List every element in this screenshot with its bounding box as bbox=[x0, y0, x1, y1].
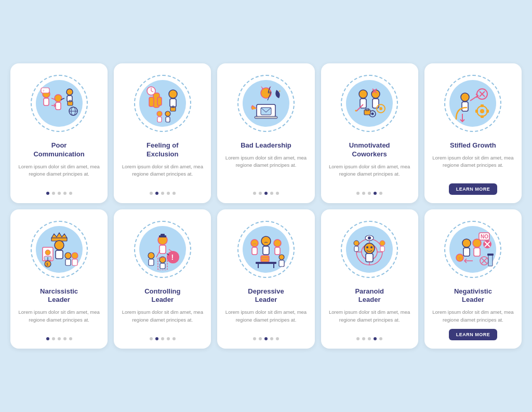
card-title: Bad Leadership bbox=[241, 141, 291, 150]
svg-point-117 bbox=[354, 241, 359, 246]
card-title: Negativistic Leader bbox=[454, 287, 492, 305]
svg-point-105 bbox=[279, 255, 284, 260]
dot-2 bbox=[155, 337, 158, 340]
svg-marker-65 bbox=[51, 233, 67, 238]
dot-4 bbox=[270, 192, 273, 195]
svg-rect-129 bbox=[463, 248, 470, 256]
poor-communication-icon: ? bbox=[38, 83, 80, 124]
narcissistic-leader-icon: 1 bbox=[38, 229, 80, 270]
dot-3 bbox=[264, 192, 268, 195]
dot-3 bbox=[368, 192, 371, 195]
card-title: Depressive Leader bbox=[248, 287, 284, 305]
depressive-leader-icon bbox=[245, 229, 287, 270]
svg-rect-60 bbox=[481, 104, 484, 107]
dot-1 bbox=[356, 192, 360, 195]
svg-rect-106 bbox=[279, 260, 284, 267]
dot-5 bbox=[276, 337, 279, 340]
dot-5 bbox=[69, 192, 72, 195]
svg-point-23 bbox=[157, 111, 162, 116]
card-body: Lorem ipsum dolor sit dim amet, mea regi… bbox=[431, 309, 515, 324]
dots-indicator bbox=[150, 337, 176, 340]
dot-1 bbox=[46, 192, 49, 195]
svg-point-114 bbox=[366, 246, 368, 248]
controlling-leader-icon: ! bbox=[142, 229, 183, 270]
card-body: Lorem ipsum dolor sit dim amet, mea regi… bbox=[431, 154, 515, 178]
learn-more-button-2[interactable]: LEARN MORE bbox=[449, 329, 498, 340]
svg-point-25 bbox=[165, 111, 170, 116]
card-title: Narcissistic Leader bbox=[40, 287, 78, 305]
svg-line-49 bbox=[355, 110, 356, 111]
svg-rect-118 bbox=[354, 246, 358, 251]
svg-rect-26 bbox=[166, 117, 170, 122]
card-illustration bbox=[431, 70, 515, 137]
card-bad-leadership: ★ Bad Leadership Lorem ipsum dolor sit d… bbox=[217, 63, 314, 203]
svg-rect-82 bbox=[159, 245, 166, 254]
dot-5 bbox=[276, 192, 279, 195]
dot-2 bbox=[155, 192, 158, 195]
svg-rect-98 bbox=[275, 247, 280, 255]
card-illustration bbox=[327, 70, 412, 137]
svg-text:★: ★ bbox=[278, 89, 281, 92]
svg-point-52 bbox=[461, 93, 469, 101]
svg-point-40 bbox=[371, 90, 380, 98]
dot-2 bbox=[52, 192, 55, 195]
dot-4 bbox=[167, 337, 170, 340]
dot-1 bbox=[253, 337, 256, 340]
dots-indicator bbox=[46, 337, 72, 340]
dot-3 bbox=[161, 192, 164, 195]
card-illustration bbox=[327, 216, 412, 283]
card-body: Lorem ipsum dolor sit dim amet, mea regi… bbox=[120, 309, 205, 332]
svg-point-119 bbox=[380, 241, 385, 246]
card-poor-communication: ? Poor Communication Lorem ipsum dolor s… bbox=[10, 63, 108, 203]
svg-point-67 bbox=[55, 241, 64, 250]
svg-line-88 bbox=[156, 250, 160, 257]
svg-rect-131 bbox=[474, 248, 480, 256]
unmotivated-coworkers-icon bbox=[349, 83, 390, 124]
card-illustration: 1 bbox=[17, 216, 101, 283]
dot-5 bbox=[172, 337, 176, 340]
svg-rect-81 bbox=[161, 234, 165, 236]
svg-point-47 bbox=[371, 113, 374, 115]
card-negativistic-leader: NO ? bbox=[424, 209, 522, 349]
card-title: Controlling Leader bbox=[144, 287, 180, 305]
svg-rect-1 bbox=[44, 98, 49, 105]
dot-2 bbox=[362, 337, 365, 340]
dot-1 bbox=[150, 337, 153, 340]
svg-rect-87 bbox=[149, 259, 154, 265]
dot-2 bbox=[362, 192, 365, 195]
dot-3 bbox=[58, 337, 61, 340]
dot-2 bbox=[52, 337, 55, 340]
svg-rect-62 bbox=[475, 110, 478, 113]
svg-point-38 bbox=[359, 90, 367, 98]
dot-4 bbox=[374, 192, 377, 195]
svg-rect-116 bbox=[366, 254, 373, 262]
svg-point-115 bbox=[370, 246, 373, 248]
card-body: Lorem ipsum dolor sit dim amet, mea regi… bbox=[17, 163, 101, 187]
svg-point-59 bbox=[480, 109, 484, 113]
card-body: Lorem ipsum dolor sit dim amet, mea regi… bbox=[223, 309, 308, 332]
svg-rect-138 bbox=[488, 255, 493, 266]
svg-text:NO: NO bbox=[481, 234, 488, 240]
card-title: Unmotivated Coworkers bbox=[349, 141, 390, 159]
dot-1 bbox=[356, 337, 360, 340]
bad-leadership-icon: ★ bbox=[245, 83, 287, 124]
svg-text:!: ! bbox=[171, 253, 174, 261]
dot-5 bbox=[172, 192, 176, 195]
svg-rect-18 bbox=[157, 97, 162, 105]
learn-more-button-1[interactable]: LEARN MORE bbox=[449, 183, 498, 195]
dot-5 bbox=[379, 192, 382, 195]
card-body: Lorem ipsum dolor sit dim amet, mea regi… bbox=[223, 154, 308, 186]
dot-3 bbox=[368, 337, 371, 340]
svg-point-2 bbox=[66, 89, 73, 95]
card-title: Feeling of Exclusion bbox=[147, 141, 178, 159]
card-title: Paranoid Leader bbox=[355, 287, 384, 305]
card-controlling-leader: ! Controlling Leader Lorem ipsum dolor s… bbox=[114, 209, 211, 349]
svg-point-19 bbox=[169, 90, 177, 98]
card-body: Lorem ipsum dolor sit dim amet, mea regi… bbox=[327, 309, 412, 332]
dot-5 bbox=[69, 337, 72, 340]
dot-1 bbox=[46, 337, 49, 340]
card-illustration: ★ bbox=[223, 70, 308, 137]
card-feeling-exclusion: Feeling of Exclusion Lorem ipsum dolor s… bbox=[114, 63, 211, 203]
dot-2 bbox=[259, 337, 262, 340]
cards-grid: ? Poor Communication Lorem ipsum dolor s… bbox=[10, 63, 522, 349]
